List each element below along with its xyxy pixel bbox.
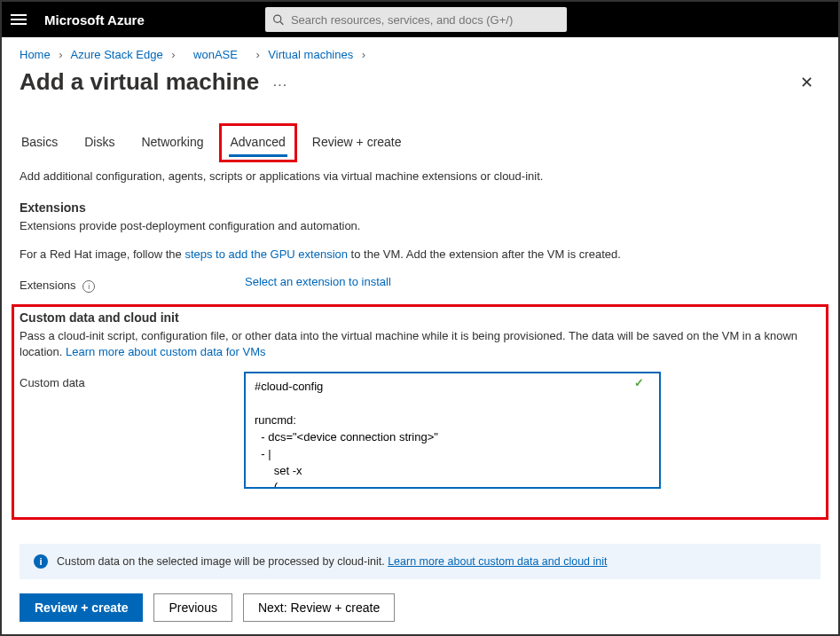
brand-label: Microsoft Azure (44, 12, 145, 27)
top-bar: Microsoft Azure (2, 2, 838, 37)
custom-data-section: Custom data and cloud init Pass a cloud-… (14, 307, 826, 517)
menu-icon[interactable] (11, 14, 30, 25)
redhat-pre: For a Red Hat image, follow the (20, 247, 184, 261)
svg-point-0 (273, 15, 280, 22)
extensions-desc: Extensions provide post-deployment confi… (20, 218, 820, 234)
tab-disks[interactable]: Disks (82, 130, 116, 159)
extensions-label-text: Extensions (20, 279, 76, 292)
banner-text: Custom data on the selected image will b… (57, 555, 388, 568)
close-icon[interactable]: ✕ (793, 69, 820, 96)
tab-review[interactable]: Review + create (310, 130, 404, 159)
page-title: Add a virtual machine (20, 68, 259, 95)
search-icon (272, 13, 284, 26)
select-extension-link[interactable]: Select an extension to install (245, 275, 391, 288)
info-icon: i (34, 554, 48, 569)
breadcrumb: Home › Azure Stack Edge › wonASE › Virtu… (2, 37, 838, 67)
cloudinit-heading: Custom data and cloud init (20, 310, 820, 325)
check-icon: ✓ (634, 376, 644, 389)
previous-button[interactable]: Previous (153, 593, 232, 622)
tab-advanced[interactable]: Advanced (229, 130, 287, 157)
custom-data-label: Custom data (20, 373, 245, 389)
footer: Review + create Previous Next: Review + … (20, 593, 395, 622)
gpu-extension-link[interactable]: steps to add the GPU extension (184, 247, 348, 261)
chevron-right-icon: › (59, 48, 62, 61)
custom-data-row: Custom data ✓ (20, 373, 820, 491)
intro-text: Add additional configuration, agents, sc… (20, 169, 820, 183)
breadcrumb-stack-edge[interactable]: Azure Stack Edge (71, 48, 163, 61)
tab-networking[interactable]: Networking (139, 130, 205, 159)
review-create-button[interactable]: Review + create (20, 593, 143, 622)
chevron-right-icon: › (171, 48, 175, 61)
chevron-right-icon: › (362, 48, 365, 61)
extensions-heading: Extensions (20, 200, 820, 215)
search-input[interactable] (291, 13, 560, 27)
learn-custom-data-link[interactable]: Learn more about custom data for VMs (66, 345, 265, 358)
tabs: Basics Disks Networking Advanced Review … (2, 108, 838, 164)
info-banner: i Custom data on the selected image will… (20, 544, 820, 579)
title-row: Add a virtual machine ··· ✕ (2, 67, 838, 108)
breadcrumb-wonase[interactable]: wonASE (193, 48, 238, 61)
breadcrumb-vms[interactable]: Virtual machines (268, 48, 353, 61)
global-search[interactable] (265, 7, 567, 32)
extensions-label: Extensions i (20, 275, 245, 293)
svg-line-1 (280, 21, 283, 24)
cloudinit-desc: Pass a cloud-init script, configuration … (20, 328, 820, 360)
breadcrumb-home[interactable]: Home (20, 48, 51, 61)
extensions-row: Extensions i Select an extension to inst… (20, 275, 820, 293)
next-button[interactable]: Next: Review + create (243, 593, 395, 622)
info-icon[interactable]: i (82, 280, 95, 293)
banner-link[interactable]: Learn more about custom data and cloud i… (388, 555, 607, 568)
tab-basics[interactable]: Basics (20, 130, 59, 159)
redhat-post: to the VM. Add the extension after the V… (348, 247, 621, 261)
chevron-right-icon: › (255, 48, 259, 61)
custom-data-textarea[interactable] (245, 373, 660, 488)
more-icon[interactable]: ··· (273, 77, 287, 92)
extensions-redhat: For a Red Hat image, follow the steps to… (20, 247, 820, 263)
